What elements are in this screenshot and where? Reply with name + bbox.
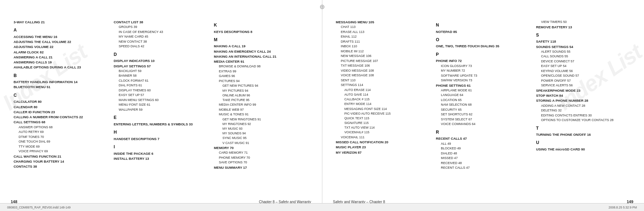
index-entry: MY NAME CARD 45 [114, 34, 208, 39]
index-entry: CALL SOUNDS 55 [536, 54, 630, 59]
index-entry: SERVICE ALERTS 56 [536, 83, 630, 88]
index-entry: INSTALL BATTERY 13 [114, 156, 208, 161]
index-entry: ENTERING LETTERS, NUMBERS & SYMBOLS 33 [114, 122, 208, 127]
index-entry: B [14, 72, 108, 79]
index-entry: MY MUSIC 93 [214, 126, 308, 131]
index-entry: EASY SET UP 57 [114, 93, 208, 98]
index-entry: ONE TOUCH DIAL 69 [14, 139, 108, 144]
index-entry: LANGUAGE 64 [436, 93, 530, 98]
meta-file: 080803_CDM8975_RAP_REV00.indd 148-149 [7, 206, 70, 209]
index-entry: NEW CONTACT 38 [114, 39, 208, 44]
index-entry: ALERT SOUNDS 55 [536, 49, 630, 54]
index-entry: MAIN MENU SETTINGS 60 [114, 98, 208, 103]
index-entry: QUICK TEXT 115 [336, 116, 430, 121]
index-entry: CARD MEMORY 71 [214, 150, 308, 155]
index-entry: OPEN/CLOSE SOUND 57 [536, 73, 630, 78]
index-entry: CALL SETTINGS 68 [14, 120, 108, 125]
index-entry: MOBILE WEB 97 [214, 107, 308, 112]
index-entry: AUTO ERASE 114 [336, 88, 430, 92]
index-entry: GROUPS 39 [114, 25, 208, 30]
index-entry: M [214, 37, 308, 43]
index-entry: AUTO SAVE 114 [336, 92, 430, 97]
index-entry: SW/HW VERSION 73 [436, 78, 530, 83]
right-col-1: MESSAGING MENU 105CHAT 113ERASE ALL 113E… [333, 20, 433, 195]
index-entry: MUSIC & TONES 91 [214, 112, 308, 117]
index-entry: TXT MESSAGE 106 [336, 63, 430, 68]
index-entry: GAMES 96 [214, 74, 308, 79]
index-entry: ENTRY MODE 114 [336, 102, 430, 106]
index-entry: CALLER ID FUNCTION 23 [14, 110, 108, 115]
index-entry: SPEED DIALS 42 [114, 44, 208, 49]
index-entry: ANSWERING CALLS 19 [14, 60, 108, 65]
index-entry: BATTERY HANDLING INFORMATION 14 [14, 80, 108, 85]
meta-date: 2008.8.25 5:32:9 PM [609, 206, 637, 209]
right-index-content: MESSAGING MENU 105CHAT 113ERASE ALL 113E… [333, 20, 634, 195]
index-entry: NOTEPAD 85 [436, 29, 530, 34]
page-container: Index List 3-WAY CALLING 21AACCESSING TH… [0, 0, 644, 211]
index-entry: NAM SELECTION 68 [436, 102, 530, 107]
index-entry: ANSWER OPTIONS 68 [14, 125, 108, 130]
index-entry: MISSED 47 [436, 156, 530, 161]
index-entry: MESSAGING MENU 105 [336, 20, 430, 25]
left-col-1: 3-WAY CALLING 21AACCESSING THE MENU 16AD… [11, 20, 111, 195]
index-entry: RECENT CALLS 47 [436, 166, 530, 171]
index-entry: T [536, 125, 630, 132]
index-entry: P [436, 51, 530, 58]
index-entry: N [436, 22, 530, 29]
index-entry: I [114, 144, 208, 150]
index-entry: MENU FONT SIZE 61 [114, 102, 208, 107]
index-entry: TTY MODE 69 [14, 144, 108, 149]
index-entry: CALLBACK # 115 [336, 97, 430, 102]
index-entry: TXT AUTO VIEW 114 [336, 125, 430, 130]
index-entry: EXTRAS 99 [214, 69, 308, 74]
index-entry: AIRPLANE MODE 61 [436, 88, 530, 93]
index-entry: MY SOUNDS 94 [214, 131, 308, 136]
index-entry: MENU SUMMARY 17 [214, 165, 308, 170]
index-entry: ANSWERING A CALL 21 [14, 55, 108, 60]
index-entry: VOICE PRIVACY 69 [14, 149, 108, 154]
index-entry: PIC-VIDEO AUTO RECEIVE 115 [336, 111, 430, 116]
index-entry: S [536, 32, 630, 39]
index-entry: PICTURES 94 [214, 79, 308, 84]
index-entry: RECENT CALLS 47 [436, 136, 530, 141]
index-entry: EMAIL 112 [336, 34, 430, 39]
index-entry: MAKING AN INTERNATIONAL CALL 21 [214, 54, 308, 59]
index-entry: ONE, TWO, THREE-TOUCH DIALING 35 [436, 44, 530, 49]
index-entry: K [214, 22, 308, 29]
index-entry: SAVE OPTIONS 70 [214, 160, 308, 165]
index-entry: PHONE MEMORY 70 [214, 155, 308, 160]
index-entry: VIEW TIMERS 50 [536, 20, 630, 25]
index-entry: SYSTEM SELECT 67 [436, 117, 530, 122]
index-entry: WALLPAPER 59 [114, 107, 208, 112]
left-col-2: CONTACT LIST 38GROUPS 39IN CASE OF EMERG… [111, 20, 211, 195]
index-entry: REMOVE BATTERY 13 [536, 25, 630, 30]
index-entry: MY RINGTONES 92 [214, 122, 308, 126]
index-entry: KEYS DESCRIPTIONS 8 [214, 29, 308, 34]
index-entry: V CAST MUSIC 91 [214, 141, 308, 145]
index-entry: SECURITY 65 [436, 107, 530, 112]
index-entry: POWER ON/OFF 57 [536, 78, 630, 83]
right-col-3: VIEW TIMERS 50REMOVE BATTERY 13SSAFETY 1… [533, 20, 633, 195]
left-index-content: 3-WAY CALLING 21AACCESSING THE MENU 16AD… [11, 20, 311, 195]
right-page: Index List MESSAGING MENU 105CHAT 113ERA… [322, 0, 644, 211]
index-entry: RECEIVED 48 [436, 161, 530, 166]
index-entry: OPTIONS TO CUSTOMIZE YOUR CONTACTS 28 [536, 118, 630, 123]
index-entry: ALARM CLOCK 82 [14, 50, 108, 55]
index-entry: DEVICE CONNECT 57 [536, 59, 630, 64]
index-entry: AUTO RETRY 69 [14, 130, 108, 135]
index-entry: BLUETOOTH MENU 51 [14, 85, 108, 90]
right-col-2: NNOTEPAD 85OONE, TWO, THREE-TOUCH DIALIN… [433, 20, 533, 195]
index-entry: INBOX 110 [336, 44, 430, 49]
index-entry: HANDSET DESCRIPTIONS 7 [114, 136, 208, 142]
index-entry: MY NUMBER 72 [436, 68, 530, 73]
index-entry: STORING A PHONE NUMBER 28 [536, 98, 630, 103]
index-entry: BROWSE & DOWNLOAD 98 [214, 64, 308, 69]
index-entry: MEDIA CENTER INFO 99 [214, 102, 308, 107]
index-entry: CALCULATOR 80 [14, 99, 108, 104]
index-entry: ADJUSTING THE CALL VOLUME 22 [14, 39, 108, 44]
index-entry: R [436, 129, 530, 136]
index-entry: VOICE MESSAGE 108 [336, 73, 430, 78]
book-spread: Index List 3-WAY CALLING 21AACCESSING TH… [0, 0, 644, 211]
index-entry: CALENDAR 80 [14, 105, 108, 110]
index-entry: GET NEW PICTURES 94 [214, 83, 308, 88]
